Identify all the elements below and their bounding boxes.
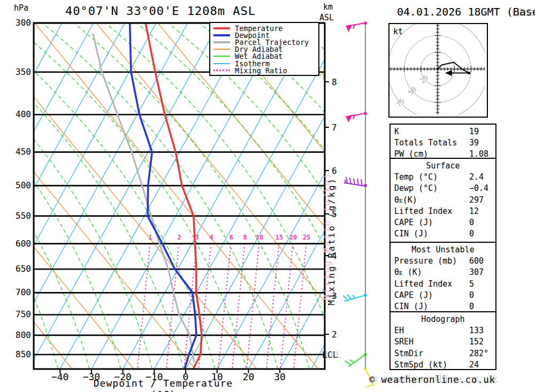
pressure-tick-label: 450	[9, 147, 31, 157]
table-row-label: CIN (J)	[391, 229, 469, 239]
table-row-label: Dewp (°C)	[391, 183, 469, 193]
table-row-label: Pressure (mb)	[391, 256, 469, 266]
km-unit-label: km	[323, 2, 333, 12]
km-tick-label: 8	[332, 77, 337, 87]
table-section-header: Hodograph	[391, 313, 495, 325]
mixing-ratio-label: 8	[243, 234, 247, 241]
table-row-label: θᴇ (K)	[391, 267, 469, 277]
pressure-tick-label: 700	[9, 287, 31, 297]
km-tick-label: 6	[332, 166, 337, 176]
mixing-ratio-line	[280, 244, 293, 369]
run-date-main: 04.01.2026 18GMT	[397, 5, 507, 18]
mixing-ratio-line	[294, 244, 306, 369]
pressure-tick-label: 750	[9, 309, 31, 319]
table-row-value: 5	[469, 279, 474, 289]
mixing-ratio-label: 10	[256, 234, 263, 241]
table-row-value: 133	[469, 326, 484, 335]
table-row: CAPE (J)0	[391, 289, 495, 301]
table-row: Lifted Index12	[391, 205, 495, 217]
hodograph-unit-label: kt	[393, 27, 403, 36]
wind-barb	[345, 353, 367, 367]
table-row-label: SREH	[391, 337, 469, 347]
table-row-label: Totals Totals	[391, 138, 469, 148]
legend-swatch-dotted	[213, 70, 230, 71]
run-date-base: (Base: 18)	[507, 5, 535, 18]
temp-tick-label: −30	[83, 371, 101, 382]
mixing-ratio-label: 25	[303, 234, 310, 241]
temp-tick-label: 20	[243, 371, 255, 382]
table-row-label: θᴇ(K)	[391, 195, 469, 205]
table-row-value: 39	[469, 138, 479, 148]
indices-table-section: HodographEH133SREH152StmDir282°StmSpd (k…	[389, 311, 496, 370]
table-row-value: 19	[469, 127, 479, 136]
table-section-header: Surface	[391, 160, 495, 171]
pressure-tick-label: 600	[9, 239, 31, 249]
pressure-tick-label: 400	[9, 109, 31, 119]
table-row: Pressure (mb)600	[391, 255, 495, 266]
mixing-ratio-line	[232, 244, 244, 369]
mixing-ratio-label: 15	[276, 234, 283, 241]
wind-barb	[345, 178, 367, 187]
sounding-page: hPa 40°07'N 33°00'E 1208m ASL km ASL 04.…	[0, 0, 535, 392]
table-row: SREH152	[391, 336, 495, 348]
hodograph-ring-label: 25	[418, 73, 430, 85]
table-row-value: 600	[469, 256, 484, 266]
table-row-label: EH	[391, 326, 469, 335]
km-tick-label: 2	[332, 329, 337, 340]
page-title: 40°07'N 33°00'E 1208m ASL	[37, 4, 284, 18]
table-row-label: PW (cm)	[391, 149, 469, 159]
wind-barb	[343, 294, 367, 302]
table-row: StmDir282°	[391, 348, 495, 359]
pressure-tick-label: 500	[9, 180, 31, 190]
mixing-ratio-label: 6	[229, 234, 233, 241]
table-row-label: CAPE (J)	[391, 290, 469, 300]
indices-table-section: Most UnstablePressure (mb)600θᴇ (K)307Li…	[389, 242, 496, 312]
table-row-label: StmDir	[391, 349, 469, 358]
hodograph-end-marker	[468, 72, 471, 74]
mixing-ratio-axis-label: Mixing Ratio (g/kg)	[326, 177, 337, 305]
table-row-value: 0	[469, 218, 474, 227]
table-row-label: CIN (J)	[391, 302, 469, 311]
isotherm-line	[29, 23, 219, 369]
table-row-label: K	[391, 127, 469, 136]
table-row: Lifted Index5	[391, 278, 495, 289]
legend-swatch-thin	[213, 63, 230, 64]
table-row-label: Lifted Index	[391, 279, 469, 289]
table-row-label: Lifted Index	[391, 206, 469, 216]
wind-barb	[346, 22, 367, 33]
temp-tick-label: 30	[274, 371, 286, 382]
temp-tick-label: 0	[183, 371, 189, 382]
pressure-tick-label: 800	[9, 330, 31, 340]
table-row-value: −0.4	[469, 183, 488, 193]
mixing-ratio-label: 20	[289, 234, 297, 241]
table-row-label: Temp (°C)	[391, 172, 469, 182]
temp-tick-label: −10	[146, 371, 163, 382]
table-row-value: 152	[469, 337, 484, 347]
table-row: θᴇ(K)297	[391, 194, 495, 205]
table-row-value: 12	[469, 206, 479, 216]
legend-swatch-thin	[213, 49, 230, 50]
hodograph-arrow-head	[445, 70, 452, 76]
temp-tick-label: −20	[114, 371, 132, 382]
legend-label: Mixing Ratio	[235, 66, 287, 75]
legend-swatch-thin	[213, 56, 230, 57]
table-row-value: 307	[469, 267, 484, 277]
legend: TemperatureDewpointParcel TrajectoryDry …	[209, 22, 319, 76]
legend-row: Mixing Ratio	[213, 67, 316, 74]
pressure-tick-label: 550	[9, 211, 31, 221]
table-row-value: 297	[469, 195, 484, 205]
legend-swatch-thick	[213, 41, 230, 43]
table-row: Temp (°C)2.4	[391, 171, 495, 182]
table-row-label: CAPE (J)	[391, 218, 469, 227]
legend-swatch-thick	[213, 27, 230, 29]
table-row-value: 1.08	[469, 149, 488, 159]
table-row-value: 0	[469, 229, 474, 239]
km-tick-label: 7	[332, 122, 337, 133]
legend-swatch-thick	[213, 34, 230, 36]
table-row: StmSpd (kt)24	[391, 359, 495, 370]
table-row: CAPE (J)0	[391, 217, 495, 228]
wind-barb	[346, 112, 367, 123]
pressure-tick-label: 300	[9, 18, 31, 28]
table-row: CIN (J)0	[391, 228, 495, 240]
table-row-label: StmSpd (kt)	[391, 360, 469, 370]
